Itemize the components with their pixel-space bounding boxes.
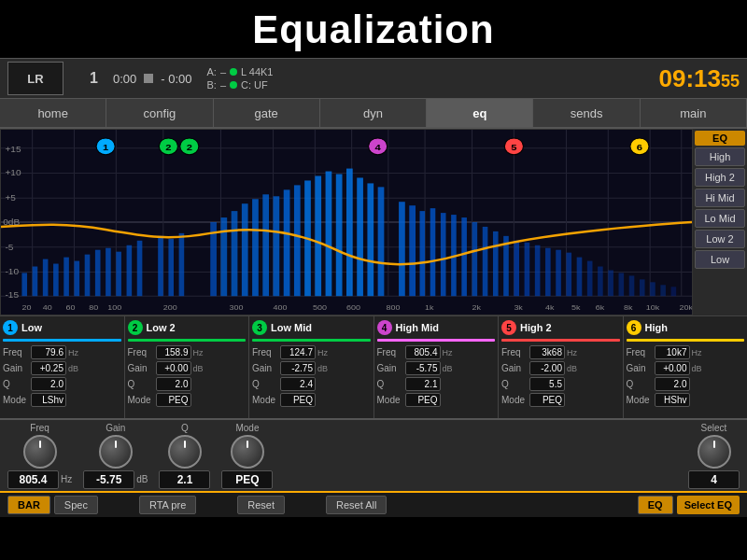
band-6-mode[interactable]: HShv xyxy=(655,393,690,407)
b-value: – xyxy=(220,79,226,91)
svg-text:400: 400 xyxy=(274,303,288,312)
neg-time: - 0:00 xyxy=(161,72,191,86)
svg-rect-52 xyxy=(357,177,363,296)
tab-eq[interactable]: eq xyxy=(427,99,533,127)
ch-number: 1 xyxy=(71,70,98,87)
rta-pre-btn[interactable]: RTA pre xyxy=(139,496,196,514)
svg-rect-78 xyxy=(640,279,645,296)
band-5: 5 High 2 Freq 3k68 Hz Gain -2.00 dB Q 5.… xyxy=(499,316,624,418)
band-3-gain[interactable]: -2.75 xyxy=(280,361,316,375)
svg-text:3k: 3k xyxy=(514,303,523,312)
band-5-q[interactable]: 5.5 xyxy=(529,377,565,391)
svg-text:6: 6 xyxy=(637,141,642,151)
svg-rect-79 xyxy=(650,282,655,296)
svg-text:-15: -15 xyxy=(5,290,19,300)
l-dot xyxy=(230,68,237,76)
svg-rect-73 xyxy=(587,261,593,297)
svg-rect-49 xyxy=(326,172,332,297)
time-value: 0:00 xyxy=(113,72,136,86)
tab-home[interactable]: home xyxy=(0,99,106,127)
band-5-gain[interactable]: -2.00 xyxy=(529,361,565,375)
svg-rect-39 xyxy=(220,217,227,296)
band-1-q[interactable]: 2.0 xyxy=(31,377,66,391)
svg-rect-44 xyxy=(274,196,280,296)
band-2-gain[interactable]: +0.00 xyxy=(156,361,191,375)
svg-text:60: 60 xyxy=(66,303,76,312)
eq-tab-btn[interactable]: EQ xyxy=(638,496,673,514)
svg-rect-23 xyxy=(21,273,27,296)
svg-text:8k: 8k xyxy=(624,303,633,312)
svg-text:+15: +15 xyxy=(5,144,21,153)
svg-rect-46 xyxy=(294,185,301,296)
svg-rect-54 xyxy=(378,187,385,296)
eq-btn-high2[interactable]: High 2 xyxy=(695,168,745,187)
band-5-mode[interactable]: PEQ xyxy=(529,393,565,407)
select-knob[interactable] xyxy=(698,435,731,469)
ab-section: A: – L 44K1 B: – C: UF xyxy=(206,66,273,91)
stop-button[interactable] xyxy=(144,74,153,83)
freq-value[interactable]: 805.4 xyxy=(7,470,59,489)
a-label: A: xyxy=(206,66,216,77)
tab-sends[interactable]: sends xyxy=(533,99,640,127)
select-value[interactable]: 4 xyxy=(688,470,740,489)
svg-text:600: 600 xyxy=(346,303,360,312)
band-2-freq[interactable]: 158.9 xyxy=(156,345,191,359)
svg-text:200: 200 xyxy=(163,303,177,312)
band-6-q[interactable]: 2.0 xyxy=(655,377,690,391)
svg-text:1: 1 xyxy=(103,141,108,151)
eq-btn-lomid[interactable]: Lo Mid xyxy=(695,209,745,228)
tab-dyn[interactable]: dyn xyxy=(320,99,427,127)
q-value[interactable]: 2.1 xyxy=(159,470,210,489)
bottom-tab-bar: BAR Spec RTA pre Reset Reset All EQ Sele… xyxy=(0,491,747,517)
svg-rect-53 xyxy=(367,183,374,296)
tab-main[interactable]: main xyxy=(641,99,747,127)
band-3-mode[interactable]: PEQ xyxy=(280,393,316,407)
band-5-freq[interactable]: 3k68 xyxy=(529,345,565,359)
tab-config[interactable]: config xyxy=(106,99,213,127)
band-2-q[interactable]: 2.0 xyxy=(156,377,191,391)
band-2-name: Low 2 xyxy=(147,322,176,333)
svg-rect-51 xyxy=(346,169,353,297)
band-4-gain[interactable]: -5.75 xyxy=(405,361,441,375)
tab-spec-btn[interactable]: Spec xyxy=(54,496,98,514)
title-bar: Equalization xyxy=(0,0,747,58)
band-6-name: High xyxy=(645,322,668,333)
band-4-name: High Mid xyxy=(396,322,439,333)
svg-rect-37 xyxy=(179,233,185,296)
tab-gate[interactable]: gate xyxy=(214,99,320,127)
band-4-mode[interactable]: PEQ xyxy=(405,393,441,407)
eq-btn-himid[interactable]: Hi Mid xyxy=(695,189,745,207)
band-4-freq[interactable]: 805.4 xyxy=(405,345,441,359)
mode-label: Mode xyxy=(235,423,259,433)
mode-knob[interactable] xyxy=(231,435,264,469)
reset-btn[interactable]: Reset xyxy=(237,496,285,514)
band-2-mode[interactable]: PEQ xyxy=(156,393,191,407)
select-eq-btn[interactable]: Select EQ xyxy=(677,496,740,514)
gain-value[interactable]: -5.75 xyxy=(83,470,134,489)
eq-btn-high[interactable]: High xyxy=(695,147,745,166)
band-3-freq[interactable]: 124.7 xyxy=(280,345,316,359)
svg-text:2k: 2k xyxy=(472,303,482,312)
svg-rect-29 xyxy=(85,255,91,297)
band-1-gain[interactable]: +0.25 xyxy=(31,361,66,375)
q-knob[interactable] xyxy=(168,435,202,469)
reset-all-btn[interactable]: Reset All xyxy=(326,496,387,514)
svg-text:4k: 4k xyxy=(545,303,555,312)
svg-rect-76 xyxy=(619,273,625,296)
band-1-freq[interactable]: 79.6 xyxy=(31,345,66,359)
band-1-mode[interactable]: LShv xyxy=(31,393,66,407)
svg-rect-48 xyxy=(315,176,321,297)
tab-bar-btn[interactable]: BAR xyxy=(7,496,50,514)
band-3-q[interactable]: 2.4 xyxy=(280,377,316,391)
gain-knob[interactable] xyxy=(99,435,133,469)
svg-rect-25 xyxy=(43,259,49,297)
eq-btn-low2[interactable]: Low 2 xyxy=(695,230,745,248)
band-6-gain[interactable]: +0.00 xyxy=(655,361,690,375)
band-4-q[interactable]: 2.1 xyxy=(405,377,441,391)
eq-btn-low[interactable]: Low xyxy=(695,250,745,269)
freq-knob[interactable] xyxy=(23,435,57,469)
mode-value[interactable]: PEQ xyxy=(221,470,273,489)
band-6-freq[interactable]: 10k7 xyxy=(655,345,690,359)
svg-rect-35 xyxy=(158,236,163,296)
svg-text:2: 2 xyxy=(165,141,171,151)
